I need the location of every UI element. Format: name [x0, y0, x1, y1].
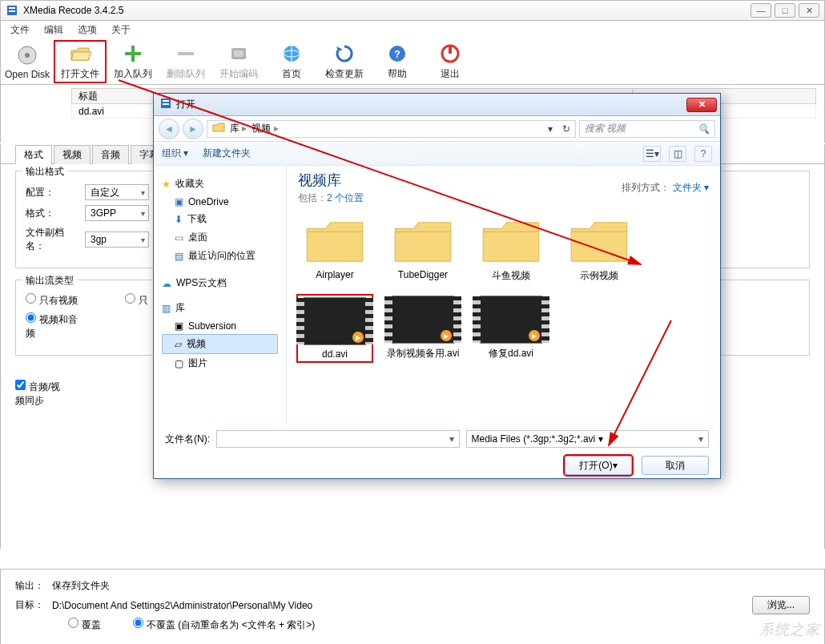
format-select[interactable]: 3GPP: [85, 205, 149, 221]
file-item[interactable]: ▶修复dd.avi: [474, 296, 548, 361]
dialog-close-button[interactable]: ✕: [686, 98, 717, 112]
breadcrumb-lib[interactable]: 库: [230, 122, 247, 135]
search-input[interactable]: 搜索 视频 🔍: [579, 120, 715, 138]
start-encode-button[interactable]: 开始编码: [212, 40, 265, 83]
dialog-icon: [160, 98, 171, 111]
profile-select[interactable]: 自定义: [85, 184, 149, 200]
file-name: 修复dd.avi: [489, 347, 533, 360]
overwrite-radio[interactable]: 覆盖: [68, 618, 101, 632]
tab-format[interactable]: 格式: [15, 145, 52, 164]
breadcrumb-video[interactable]: 视频: [252, 122, 278, 135]
address-bar[interactable]: 库 视频 ▾ ↻: [207, 120, 576, 138]
view-options-button[interactable]: ☰▾: [643, 146, 661, 162]
book-icon: ▣: [175, 320, 183, 332]
folder-icon: [212, 122, 225, 135]
power-icon: [438, 42, 462, 66]
tab-video[interactable]: 视频: [54, 145, 91, 164]
search-icon: 🔍: [698, 123, 710, 135]
new-folder-button[interactable]: 新建文件夹: [203, 147, 251, 160]
file-item[interactable]: 示例视频: [562, 218, 636, 283]
file-item[interactable]: Airplayer: [298, 218, 372, 283]
sort-control[interactable]: 排列方式： 文件夹 ▾: [622, 181, 709, 195]
dialog-nav: ◄ ► 库 视频 ▾ ↻ 搜索 视频 🔍: [154, 116, 720, 142]
disk-icon: [15, 43, 39, 67]
file-item[interactable]: ▶录制视频备用.avi: [386, 296, 460, 361]
wps-cloud-header[interactable]: ☁WPS云文档: [162, 276, 278, 290]
svg-rect-1: [9, 7, 15, 9]
file-item[interactable]: TubeDigger: [386, 218, 460, 283]
favorites-header[interactable]: ★收藏夹: [162, 177, 278, 191]
preview-pane-button[interactable]: ◫: [669, 146, 686, 162]
video-audio-radio[interactable]: 视频和音频: [26, 312, 78, 340]
browse-button[interactable]: 浏览...: [752, 596, 810, 614]
sidebar-recent[interactable]: ▤最近访问的位置: [162, 247, 278, 265]
help-button[interactable]: ? 帮助: [371, 40, 424, 83]
plus-icon: [121, 42, 145, 66]
organize-button[interactable]: 组织 ▾: [162, 147, 188, 160]
sidebar-downloads[interactable]: ⬇下载: [162, 210, 278, 228]
check-update-button[interactable]: 检查更新: [318, 40, 371, 83]
sidebar-onedrive[interactable]: ▣OneDrive: [162, 194, 278, 210]
cancel-button[interactable]: 取消: [642, 456, 709, 475]
ext-select[interactable]: 3gp: [85, 231, 149, 248]
home-button[interactable]: 首页: [265, 40, 318, 83]
file-filter-select[interactable]: Media Files (*.3gp;*.3g2;*.avi ▾: [466, 430, 710, 448]
minus-icon: [174, 42, 198, 66]
sidebar-pictures[interactable]: ▢图片: [162, 354, 278, 372]
open-disk-button[interactable]: Open Disk: [1, 40, 54, 83]
forward-button[interactable]: ►: [183, 119, 203, 139]
menubar: 文件 编辑 选项 关于: [0, 21, 825, 38]
minimize-button[interactable]: —: [751, 3, 771, 18]
dialog-titlebar: 打开 ✕: [154, 94, 720, 116]
file-name: 斗鱼视频: [492, 269, 530, 283]
file-item[interactable]: 斗鱼视频: [474, 218, 548, 283]
open-file-button[interactable]: 打开文件: [54, 40, 107, 83]
sidebar-subversion[interactable]: ▣Subversion: [162, 318, 278, 334]
app-icon: [6, 4, 18, 17]
exit-button[interactable]: 退出: [424, 40, 477, 83]
open-button[interactable]: 打开(O) ▾: [565, 456, 632, 475]
picture-icon: ▢: [175, 358, 183, 369]
dialog-sidebar: ★收藏夹 ▣OneDrive ⬇下载 ▭桌面 ▤最近访问的位置 ☁WPS云文档 …: [154, 166, 287, 424]
download-icon: ⬇: [175, 214, 183, 225]
av-sync-checkbox[interactable]: 音频/视频同步: [15, 380, 68, 408]
svg-rect-7: [234, 50, 243, 57]
libraries-header[interactable]: ▥库: [162, 301, 278, 315]
sidebar-videos[interactable]: ▱视频: [162, 334, 278, 354]
menu-edit[interactable]: 编辑: [38, 22, 70, 38]
only-video-radio[interactable]: 只有视频: [26, 293, 78, 308]
file-item[interactable]: ▶dd.avi: [298, 296, 372, 361]
video-icon: ▱: [175, 339, 182, 350]
menu-file[interactable]: 文件: [4, 22, 36, 38]
refresh-icon[interactable]: ↻: [562, 123, 570, 135]
bottom-panel: 输出： 保存到文件夹 目标： D:\Document And Settings2…: [0, 569, 825, 644]
grid-cell-title: dd.avi: [72, 106, 111, 117]
menu-about[interactable]: 关于: [105, 22, 137, 38]
library-icon: ▥: [162, 303, 171, 314]
remove-queue-button[interactable]: 删除队列: [159, 40, 212, 83]
no-overwrite-radio[interactable]: 不覆盖 (自动重命名为 <文件名 + 索引>): [133, 618, 315, 632]
globe-icon: [280, 42, 304, 66]
format-label: 格式：: [26, 207, 78, 220]
file-name: Airplayer: [316, 269, 353, 280]
add-queue-button[interactable]: 加入队列: [107, 40, 159, 83]
video-thumbnail: ▶: [480, 296, 542, 344]
maximize-button[interactable]: □: [775, 3, 795, 18]
dropdown-icon[interactable]: ▾: [548, 123, 553, 135]
output-mode-select[interactable]: 保存到文件夹: [52, 579, 164, 593]
tab-audio[interactable]: 音频: [92, 145, 129, 164]
watermark: 系统之家: [759, 620, 820, 639]
svg-rect-16: [163, 103, 169, 105]
back-button[interactable]: ◄: [159, 119, 179, 139]
sidebar-desktop[interactable]: ▭桌面: [162, 228, 278, 247]
file-name: 示例视频: [580, 269, 618, 283]
locations-link[interactable]: 2 个位置: [327, 192, 364, 203]
menu-options[interactable]: 选项: [71, 22, 103, 38]
filename-input[interactable]: [216, 430, 460, 448]
close-button[interactable]: ✕: [799, 3, 819, 18]
help-icon-button[interactable]: ?: [694, 146, 712, 162]
svg-rect-13: [449, 46, 452, 54]
profile-label: 配置：: [26, 186, 78, 199]
desktop-icon: ▭: [175, 232, 183, 244]
svg-text:?: ?: [394, 49, 400, 60]
